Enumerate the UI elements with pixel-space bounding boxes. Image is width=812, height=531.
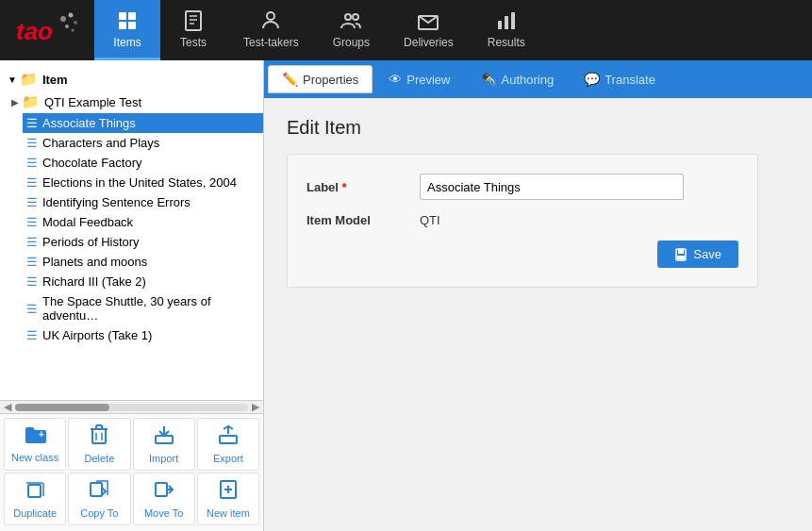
test-takers-nav-icon	[259, 9, 282, 32]
delete-icon	[90, 424, 108, 450]
save-row: Save	[307, 241, 738, 268]
nav-tests-label: Tests	[180, 36, 207, 49]
leaf-3-icon: ☰	[26, 175, 38, 190]
leaf-5-icon: ☰	[26, 215, 38, 229]
copy-to-button[interactable]: Copy To	[68, 473, 130, 525]
tree-folder-qti: ▶ 📁 QTI Example Test ☰ Associate Things …	[0, 91, 263, 345]
new-class-label: New class	[11, 452, 58, 463]
qti-folder-toggle-icon: ▶	[11, 97, 19, 108]
leaf-7-icon: ☰	[26, 255, 38, 269]
import-button[interactable]: Import	[133, 418, 195, 471]
nav-item-items[interactable]: Items	[94, 0, 160, 60]
properties-tab-icon: ✏️	[282, 72, 298, 87]
tree-children: ☰ Associate Things ☰ Characters and Play…	[8, 113, 263, 345]
tree-leaf-3[interactable]: ☰ Elections in the United States, 2004	[23, 173, 263, 192]
svg-text:+: +	[39, 429, 44, 440]
move-to-button[interactable]: Move To	[133, 473, 195, 525]
leaf-3-label: Elections in the United States, 2004	[42, 175, 237, 190]
svg-rect-8	[119, 22, 126, 29]
action-row-1: + New class Delete Import	[4, 418, 259, 471]
nav-deliveries-label: Deliveries	[404, 36, 454, 49]
svg-rect-10	[186, 11, 201, 30]
root-toggle-icon: ▼	[8, 75, 17, 85]
duplicate-button[interactable]: Duplicate	[4, 473, 66, 525]
svg-rect-40	[677, 256, 685, 259]
copy-to-label: Copy To	[80, 507, 118, 519]
leaf-10-icon: ☰	[26, 328, 38, 342]
nav-item-deliveries[interactable]: Deliveries	[387, 0, 471, 60]
tree-area: ▼ 📁 Item ▶ 📁 QTI Example Test ☰ Associat…	[0, 60, 263, 400]
nav-items: Items Tests Test-takers Groups Deliverie…	[94, 0, 542, 60]
horizontal-scrollbar[interactable]: ◀ ▶	[0, 400, 263, 413]
export-label: Export	[213, 453, 243, 464]
nav-item-tests[interactable]: Tests	[160, 0, 226, 60]
tree-leaf-2[interactable]: ☰ Chocolate Factory	[23, 153, 263, 173]
save-button[interactable]: Save	[657, 241, 738, 268]
tab-translate-label: Translate	[605, 73, 655, 87]
nav-items-label: Items	[113, 36, 141, 49]
results-nav-icon	[495, 9, 518, 32]
save-icon	[674, 248, 688, 261]
tab-translate[interactable]: 💬 Translate	[570, 65, 670, 93]
tree-root[interactable]: ▼ 📁 Item	[0, 68, 263, 91]
scroll-bar[interactable]	[15, 404, 248, 411]
svg-point-5	[72, 29, 75, 32]
export-button[interactable]: Export	[197, 418, 259, 471]
item-model-label: Item Model	[307, 213, 420, 227]
tab-bar: ✏️ Properties 👁 Preview ✒️ Authoring 💬 T…	[264, 60, 812, 98]
svg-point-15	[345, 14, 351, 20]
tree-leaf-0[interactable]: ☰ Associate Things	[23, 113, 263, 133]
tree-folder-qti-header[interactable]: ▶ 📁 QTI Example Test	[8, 91, 263, 113]
save-button-label: Save	[693, 247, 721, 261]
svg-rect-18	[498, 21, 502, 29]
items-nav-icon	[116, 9, 139, 32]
leaf-0-label: Associate Things	[42, 116, 136, 130]
leaf-5-label: Modal Feedback	[42, 215, 133, 229]
scroll-right-arrow[interactable]: ▶	[252, 401, 259, 413]
delete-label: Delete	[84, 453, 114, 464]
leaf-6-icon: ☰	[26, 235, 38, 249]
leaf-8-icon: ☰	[26, 274, 38, 289]
svg-rect-6	[119, 12, 126, 20]
leaf-10-label: UK Airports (Take 1)	[42, 328, 152, 342]
main-layout: ▼ 📁 Item ▶ 📁 QTI Example Test ☰ Associat…	[0, 60, 812, 531]
new-item-button[interactable]: New item	[197, 473, 259, 525]
label-input[interactable]	[420, 174, 684, 200]
root-folder-icon: 📁	[20, 71, 38, 88]
tree-leaf-1[interactable]: ☰ Characters and Plays	[23, 133, 263, 153]
delete-button[interactable]: Delete	[68, 418, 130, 471]
tree-leaf-5[interactable]: ☰ Modal Feedback	[23, 212, 263, 232]
leaf-2-icon: ☰	[26, 156, 38, 170]
label-row: Label *	[307, 174, 738, 200]
tab-properties[interactable]: ✏️ Properties	[268, 65, 373, 93]
tree-leaf-6[interactable]: ☰ Periods of History	[23, 232, 263, 252]
leaf-0-icon: ☰	[26, 116, 38, 130]
nav-test-takers-label: Test-takers	[243, 36, 299, 49]
duplicate-icon	[25, 479, 45, 505]
qti-folder-icon: 📁	[22, 93, 40, 110]
tree-leaf-4[interactable]: ☰ Identifying Sentence Errors	[23, 192, 263, 212]
svg-rect-9	[128, 22, 136, 29]
nav-item-results[interactable]: Results	[471, 0, 542, 60]
tab-authoring[interactable]: ✒️ Authoring	[467, 65, 569, 93]
leaf-1-label: Characters and Plays	[42, 136, 159, 150]
scroll-left-arrow[interactable]: ◀	[4, 401, 11, 413]
tree-leaf-10[interactable]: ☰ UK Airports (Take 1)	[23, 325, 263, 345]
tree-leaf-7[interactable]: ☰ Planets and moons	[23, 252, 263, 272]
tab-preview[interactable]: 👁 Preview	[374, 65, 464, 93]
export-icon	[218, 424, 239, 450]
scroll-thumb	[15, 404, 109, 411]
nav-item-groups[interactable]: Groups	[316, 0, 387, 60]
edit-form: Label * Item Model QTI Save	[287, 154, 758, 288]
translate-tab-icon: 💬	[584, 72, 600, 87]
new-class-button[interactable]: + New class	[4, 418, 66, 471]
tree-leaf-8[interactable]: ☰ Richard III (Take 2)	[23, 272, 263, 291]
preview-tab-icon: 👁	[389, 72, 402, 87]
svg-rect-22	[92, 429, 106, 443]
action-row-2: Duplicate Copy To Move To	[4, 473, 259, 525]
svg-rect-20	[511, 12, 515, 29]
move-to-label: Move To	[144, 507, 183, 519]
tree-leaf-9[interactable]: ☰ The Space Shuttle, 30 years of adventu…	[23, 291, 263, 325]
nav-item-test-takers[interactable]: Test-takers	[226, 0, 316, 60]
nav-groups-label: Groups	[333, 36, 370, 49]
